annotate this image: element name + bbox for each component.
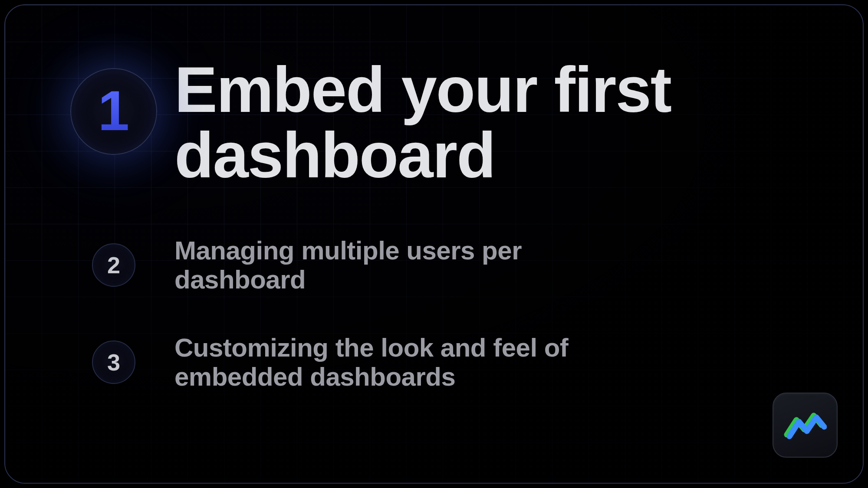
badge-column: 1 <box>53 57 174 155</box>
text-column: Managing multiple users per dashboard <box>174 236 819 294</box>
step-title-secondary: Customizing the look and feel of embedde… <box>174 333 652 391</box>
step-2-row: 2 Managing multiple users per dashboard <box>53 236 819 294</box>
chart-zigzag-icon <box>783 408 827 442</box>
text-column: Customizing the look and feel of embedde… <box>174 333 819 391</box>
step-title-primary: Embed your first dashboard <box>174 57 819 188</box>
step-number: 1 <box>98 82 129 139</box>
step-title-secondary: Managing multiple users per dashboard <box>174 236 652 294</box>
brand-logo <box>773 393 838 458</box>
slide-card: 1 Embed your first dashboard 2 Managing … <box>4 4 864 484</box>
step-badge-inactive: 2 <box>92 243 135 287</box>
step-badge-inactive: 3 <box>92 341 135 384</box>
text-column: Embed your first dashboard <box>174 57 819 188</box>
step-3-row: 3 Customizing the look and feel of embed… <box>53 333 819 391</box>
step-number: 2 <box>107 253 120 277</box>
step-1-row: 1 Embed your first dashboard <box>53 57 819 188</box>
badge-column: 3 <box>53 341 174 384</box>
badge-column: 2 <box>53 243 174 287</box>
step-number: 3 <box>107 350 120 374</box>
content-area: 1 Embed your first dashboard 2 Managing … <box>5 5 863 474</box>
step-badge-active: 1 <box>70 68 157 155</box>
